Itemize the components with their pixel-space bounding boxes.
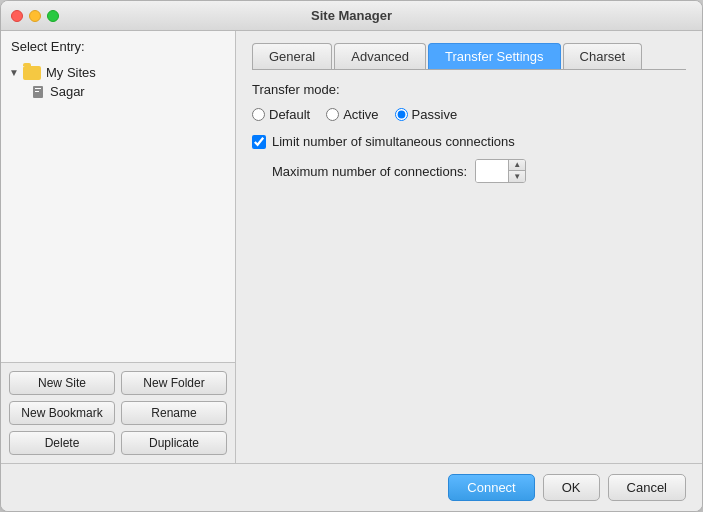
select-entry-label: Select Entry: bbox=[1, 31, 235, 59]
minimize-button[interactable] bbox=[29, 10, 41, 22]
ok-button[interactable]: OK bbox=[543, 474, 600, 501]
maximize-button[interactable] bbox=[47, 10, 59, 22]
radio-active-label: Active bbox=[343, 107, 378, 122]
tree-folder-my-sites[interactable]: ▼ My Sites bbox=[1, 63, 235, 82]
tab-general[interactable]: General bbox=[252, 43, 332, 69]
cancel-button[interactable]: Cancel bbox=[608, 474, 686, 501]
transfer-mode-title: Transfer mode: bbox=[252, 82, 686, 97]
radio-passive[interactable] bbox=[395, 108, 408, 121]
limit-connections-checkbox[interactable] bbox=[252, 135, 266, 149]
new-bookmark-button[interactable]: New Bookmark bbox=[9, 401, 115, 425]
new-site-button[interactable]: New Site bbox=[9, 371, 115, 395]
transfer-mode-radio-group: Default Active Passive bbox=[252, 107, 686, 122]
new-folder-button[interactable]: New Folder bbox=[121, 371, 227, 395]
rename-button[interactable]: Rename bbox=[121, 401, 227, 425]
spinner-up-button[interactable]: ▲ bbox=[509, 160, 525, 171]
max-connections-input[interactable]: 6 bbox=[476, 160, 508, 182]
tab-content-transfer-settings: Transfer mode: Default Active Passive bbox=[252, 82, 686, 455]
window-body: Select Entry: ▼ My Sites Sagar bbox=[1, 31, 702, 463]
right-panel: General Advanced Transfer Settings Chars… bbox=[236, 31, 702, 463]
tree-area: ▼ My Sites Sagar bbox=[1, 59, 235, 362]
bottom-buttons: New Site New Folder New Bookmark Rename … bbox=[1, 362, 235, 463]
window-title: Site Manager bbox=[311, 8, 392, 23]
tab-transfer-settings[interactable]: Transfer Settings bbox=[428, 43, 561, 69]
chevron-down-icon: ▼ bbox=[9, 67, 21, 78]
limit-connections-label: Limit number of simultaneous connections bbox=[272, 134, 515, 149]
max-connections-input-wrapper: 6 ▲ ▼ bbox=[475, 159, 526, 183]
bookmark-icon bbox=[33, 86, 43, 98]
max-connections-label: Maximum number of connections: bbox=[272, 164, 467, 179]
radio-active[interactable] bbox=[326, 108, 339, 121]
radio-default[interactable] bbox=[252, 108, 265, 121]
duplicate-button[interactable]: Duplicate bbox=[121, 431, 227, 455]
radio-option-active[interactable]: Active bbox=[326, 107, 378, 122]
spinner-buttons: ▲ ▼ bbox=[508, 160, 525, 182]
tree-site-sagar[interactable]: Sagar bbox=[31, 82, 235, 101]
spinner-down-button[interactable]: ▼ bbox=[509, 171, 525, 182]
close-button[interactable] bbox=[11, 10, 23, 22]
folder-icon bbox=[23, 66, 41, 80]
traffic-lights bbox=[11, 10, 59, 22]
site-icon bbox=[31, 85, 45, 99]
left-panel: Select Entry: ▼ My Sites Sagar bbox=[1, 31, 236, 463]
radio-default-label: Default bbox=[269, 107, 310, 122]
tabs-row: General Advanced Transfer Settings Chars… bbox=[252, 43, 686, 70]
tree-children: Sagar bbox=[1, 82, 235, 101]
radio-option-passive[interactable]: Passive bbox=[395, 107, 458, 122]
footer: Connect OK Cancel bbox=[1, 463, 702, 511]
site-manager-window: Site Manager Select Entry: ▼ My Sites Sa… bbox=[0, 0, 703, 512]
site-label: Sagar bbox=[50, 84, 85, 99]
max-connections-row: Maximum number of connections: 6 ▲ ▼ bbox=[272, 159, 686, 183]
limit-connections-row: Limit number of simultaneous connections bbox=[252, 134, 686, 149]
tab-advanced[interactable]: Advanced bbox=[334, 43, 426, 69]
radio-passive-label: Passive bbox=[412, 107, 458, 122]
delete-button[interactable]: Delete bbox=[9, 431, 115, 455]
tab-charset[interactable]: Charset bbox=[563, 43, 643, 69]
radio-option-default[interactable]: Default bbox=[252, 107, 310, 122]
title-bar: Site Manager bbox=[1, 1, 702, 31]
folder-label: My Sites bbox=[46, 65, 96, 80]
connect-button[interactable]: Connect bbox=[448, 474, 534, 501]
